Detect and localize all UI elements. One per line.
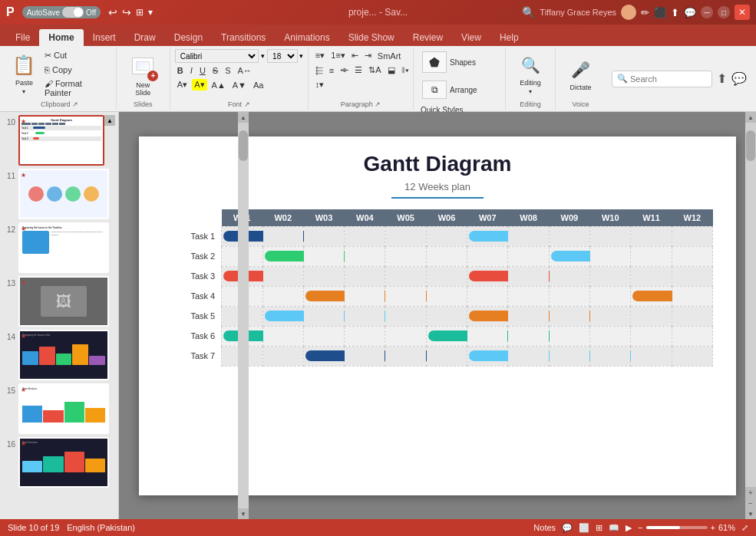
shapes-button[interactable]: ⬟ Shapes: [418, 49, 500, 75]
bold-button[interactable]: B: [175, 64, 186, 77]
slide-thumb-10[interactable]: 10 ★ Gantt Diagram: [3, 115, 104, 166]
undo-icon[interactable]: ↩: [108, 6, 117, 18]
left-scroll[interactable]: ▲ ▼: [238, 112, 249, 519]
underline-button[interactable]: U: [197, 64, 208, 77]
zoom-out-icon[interactable]: −: [638, 523, 642, 532]
tab-insert[interactable]: Insert: [84, 29, 125, 46]
close-button[interactable]: ✕: [735, 5, 750, 20]
tab-review[interactable]: Review: [404, 29, 452, 46]
normal-view-icon[interactable]: ⬜: [579, 523, 589, 533]
tab-home[interactable]: Home: [39, 29, 83, 46]
slide-img-15[interactable]: ★ Chart Analysis: [18, 383, 109, 434]
increase-indent-button[interactable]: ⇥: [362, 49, 374, 62]
autosave-badge[interactable]: AutoSave Off: [22, 6, 101, 18]
highlight-button[interactable]: A▾: [192, 79, 206, 90]
smartart-button[interactable]: SmArt: [375, 50, 404, 62]
text-direction-button[interactable]: ⇅A: [366, 64, 383, 77]
reading-view-icon[interactable]: 📖: [609, 523, 619, 533]
right-scroll-bottom[interactable]: ▼: [745, 508, 756, 519]
present-icon[interactable]: ⬛: [654, 7, 666, 18]
comments-ribbon-icon[interactable]: 💬: [731, 71, 747, 86]
align-right-button[interactable]: ⬲: [338, 64, 351, 77]
align-center-button[interactable]: ≡: [327, 64, 336, 77]
ribbon-search-box[interactable]: 🔍: [612, 71, 712, 87]
tab-draw[interactable]: Draw: [125, 29, 165, 46]
clear-format-button[interactable]: Aa: [251, 79, 266, 91]
cut-button[interactable]: ✂ Cut: [42, 49, 111, 62]
columns-button[interactable]: ⫴▾: [399, 64, 411, 77]
line-spacing-button[interactable]: ↕▾: [313, 78, 327, 91]
tab-help[interactable]: Help: [490, 29, 528, 46]
slide-img-13[interactable]: ★ 🖼: [18, 276, 109, 327]
share-ribbon-icon[interactable]: ⬆: [717, 71, 727, 86]
scroll-thumb[interactable]: [239, 130, 248, 161]
numbering-button[interactable]: 1≡▾: [328, 49, 348, 62]
slide-thumb-11[interactable]: 11 ★: [3, 169, 115, 219]
decrease-font-button[interactable]: A▼: [230, 79, 249, 91]
expand-font-icon[interactable]: ▾: [261, 52, 265, 60]
copy-button[interactable]: ⎘ Copy: [42, 64, 111, 76]
share-icon[interactable]: ⬆: [671, 7, 679, 18]
format-painter-button[interactable]: 🖌 Format Painter: [42, 77, 111, 99]
slide-sorter-icon[interactable]: ⊞: [596, 523, 602, 533]
tab-design[interactable]: Design: [165, 29, 212, 46]
right-scroll-minus[interactable]: −: [745, 498, 756, 508]
minimize-button[interactable]: ─: [701, 6, 713, 18]
right-scroll[interactable]: ▲ + − ▼: [745, 112, 756, 519]
tab-file[interactable]: File: [6, 29, 39, 46]
increase-font-button[interactable]: A▲: [210, 79, 228, 91]
user-avatar[interactable]: [621, 5, 636, 20]
slide-img-12[interactable]: ★ Capturing the Issues in the Timeline L…: [18, 222, 109, 273]
fit-slide-icon[interactable]: ⤢: [741, 523, 748, 533]
font-color-button[interactable]: A▾: [175, 78, 190, 91]
pen-icon[interactable]: ✏: [641, 7, 649, 18]
arrange-button[interactable]: ⧉ Arrange: [418, 78, 500, 101]
slideshow-icon[interactable]: ▶: [626, 523, 632, 533]
tab-animations[interactable]: Animations: [275, 29, 338, 46]
slide-img-10[interactable]: ★ Gantt Diagram Task 1: [18, 115, 104, 166]
right-scroll-thumb[interactable]: [746, 130, 755, 161]
slide-img-14[interactable]: ★ Displaying the Issues in the: [18, 330, 109, 380]
font-size-select[interactable]: 18: [267, 49, 298, 63]
slide-thumb-12[interactable]: 12 ★ Capturing the Issues in the Timelin…: [3, 222, 115, 273]
slide-panel[interactable]: ▲ 10 ★ Gantt Diagram: [0, 112, 119, 519]
italic-button[interactable]: I: [188, 64, 195, 77]
text-align-button[interactable]: ⬓: [385, 64, 398, 77]
right-scroll-plus[interactable]: +: [745, 487, 756, 498]
zoom-control[interactable]: − + 61%: [638, 523, 735, 532]
scroll-top-button[interactable]: ▲: [238, 112, 249, 123]
bullets-button[interactable]: ≡▾: [313, 49, 327, 62]
align-left-button[interactable]: ⬱: [313, 64, 325, 77]
decrease-indent-button[interactable]: ⇤: [349, 49, 361, 62]
notes-button[interactable]: Notes: [533, 523, 556, 532]
tab-slideshow[interactable]: Slide Show: [339, 29, 404, 46]
scroll-bottom-button[interactable]: ▼: [238, 508, 249, 519]
paste-button[interactable]: 📋 Paste ▾: [8, 51, 41, 97]
editing-button[interactable]: 🔍 Editing ▾: [514, 51, 546, 97]
slide-thumb-14[interactable]: 14 ★ Displaying the Issues in the: [3, 330, 115, 380]
comments-icon[interactable]: 💬: [684, 7, 696, 18]
right-scroll-top[interactable]: ▲: [745, 112, 756, 123]
scroll-up-button[interactable]: ▲: [104, 115, 115, 126]
more-icon[interactable]: ▾: [148, 7, 153, 18]
char-spacing-button[interactable]: A↔: [236, 64, 254, 77]
expand-size-icon[interactable]: ▾: [299, 52, 303, 60]
comment-icon[interactable]: 💬: [562, 523, 573, 533]
slide-img-11[interactable]: ★: [18, 169, 109, 219]
new-slide-button[interactable]: + New Slide: [125, 50, 160, 99]
tab-transitions[interactable]: Transitions: [212, 29, 275, 46]
slide-thumb-16[interactable]: 16 ★ Data Overview: [3, 437, 115, 488]
text-shadow-button[interactable]: S: [223, 64, 233, 77]
tab-view[interactable]: View: [452, 29, 490, 46]
slide-img-16[interactable]: ★ Data Overview: [18, 437, 109, 488]
font-family-select[interactable]: Calibri: [175, 49, 259, 63]
search-input[interactable]: [630, 74, 707, 84]
presentation-icon[interactable]: ⊞: [136, 7, 144, 18]
strikethrough-button[interactable]: S: [210, 64, 220, 77]
justify-button[interactable]: ☰: [352, 64, 365, 77]
zoom-in-icon[interactable]: +: [711, 523, 715, 532]
slide-thumb-13[interactable]: 13 ★ 🖼: [3, 276, 115, 327]
dictate-button[interactable]: 🎤 Dictate: [565, 55, 597, 94]
slide-thumb-15[interactable]: 15 ★ Chart Analysis: [3, 383, 115, 434]
maximize-button[interactable]: □: [718, 6, 730, 18]
